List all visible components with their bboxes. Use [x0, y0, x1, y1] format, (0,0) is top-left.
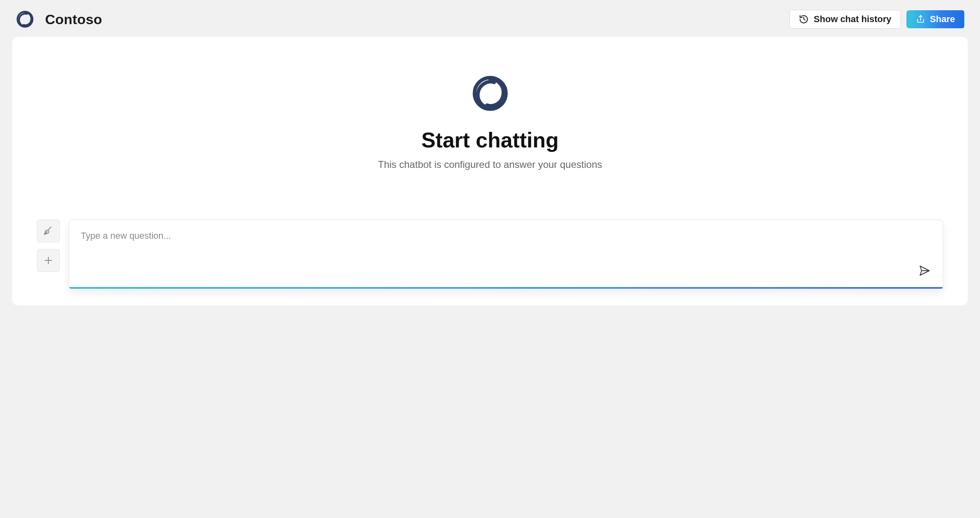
hero-subtitle: This chatbot is configured to answer you…: [378, 159, 602, 170]
share-icon: [916, 15, 925, 24]
show-chat-history-button[interactable]: Show chat history: [789, 10, 900, 29]
brand-swirl-icon: [16, 10, 34, 29]
svg-line-3: [48, 227, 51, 230]
composer-side-actions: [37, 219, 60, 289]
share-label: Share: [930, 15, 955, 24]
header: Contoso Show chat history: [12, 8, 968, 37]
show-chat-history-label: Show chat history: [814, 15, 891, 24]
broom-icon: [43, 226, 54, 236]
question-input[interactable]: [69, 220, 943, 287]
hero-swirl-icon: [471, 74, 510, 113]
app-root: Contoso Show chat history: [0, 0, 980, 518]
composer-accent-bar: [69, 287, 943, 289]
chat-card: Start chatting This chatbot is configure…: [12, 37, 968, 305]
hero: Start chatting This chatbot is configure…: [378, 74, 602, 170]
history-icon: [799, 14, 809, 24]
hero-title: Start chatting: [421, 128, 559, 152]
brand: Contoso: [16, 10, 102, 29]
new-chat-button[interactable]: [37, 249, 60, 272]
header-actions: Show chat history Share: [789, 10, 964, 29]
send-button[interactable]: [916, 262, 934, 280]
brand-title: Contoso: [45, 11, 102, 27]
composer: [69, 219, 943, 289]
send-icon: [919, 265, 931, 277]
share-button[interactable]: Share: [907, 10, 964, 28]
plus-icon: [43, 256, 53, 265]
clear-chat-button[interactable]: [37, 219, 60, 242]
composer-row: [37, 219, 943, 289]
